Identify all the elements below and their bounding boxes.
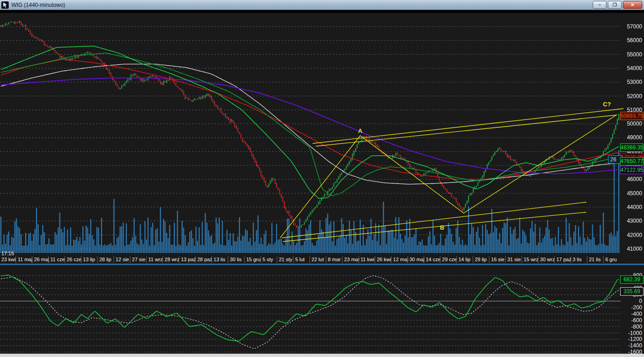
- date-label: 14 cze: [426, 257, 440, 262]
- chart-area[interactable]: 5700056000550005400053000520005100050000…: [0, 10, 644, 357]
- svg-text:57000: 57000: [627, 23, 643, 30]
- minimize-button[interactable]: –: [593, 1, 606, 9]
- date-label: 15 gru: [246, 257, 260, 262]
- window-bottom-border: [0, 354, 644, 357]
- date-label: 23 mar: [344, 257, 360, 262]
- time-label: 17:15: [1, 251, 14, 256]
- date-label: 17 paź: [556, 257, 571, 262]
- svg-text:41000: 41000: [627, 246, 643, 252]
- date-label: 21 sty: [279, 257, 292, 262]
- date-label: 11 kwi: [361, 257, 374, 262]
- osc-green-label: 682.39: [621, 276, 644, 284]
- app-window: WIG (1440-minutowo) – ❐ ✕ 57000560005500…: [0, 0, 644, 357]
- date-label: 12 maj: [393, 257, 408, 262]
- date-label: 16 sie: [491, 257, 504, 262]
- date-label: 6 gru: [605, 257, 617, 262]
- date-label: 26 kwi: [377, 257, 391, 262]
- svg-text:-600: -600: [631, 317, 642, 324]
- wave-label-C: C?: [603, 101, 611, 108]
- date-label: 28 lip: [99, 257, 111, 262]
- window-controls: – ❐ ✕: [593, 1, 643, 9]
- date-label: 23 kwi: [1, 257, 16, 262]
- titlebar[interactable]: WIG (1440-minutowo) – ❐ ✕: [0, 0, 644, 10]
- svg-text:53000: 53000: [627, 79, 643, 85]
- date-label: 5 sty: [263, 257, 274, 262]
- close-button[interactable]: ✕: [623, 1, 642, 9]
- svg-text:0: 0: [639, 298, 642, 304]
- date-label: 11 cze: [50, 257, 65, 262]
- date-label: 30 maj: [410, 257, 425, 262]
- date-label: 12 sie: [116, 257, 129, 262]
- svg-text:-1200: -1200: [628, 336, 642, 342]
- svg-text:-400: -400: [631, 311, 642, 317]
- date-label: 21 lis: [589, 257, 601, 262]
- top-black-strip: [0, 10, 644, 13]
- date-label: 28 wrz: [165, 257, 179, 262]
- panel-separator[interactable]: [0, 264, 644, 265]
- svg-text:44000: 44000: [627, 204, 643, 210]
- window-title: WIG (1440-minutowo): [11, 2, 65, 8]
- ma-green-fast-label: 48369.35: [620, 144, 643, 152]
- svg-text:-200: -200: [631, 304, 642, 311]
- svg-text:45000: 45000: [627, 190, 643, 197]
- svg-text:47122.95: 47122.95: [620, 167, 643, 173]
- ma-purple-label: 47122.95: [620, 166, 643, 174]
- date-label: 29 cze: [442, 257, 457, 262]
- date-label: 13 paź: [181, 257, 196, 262]
- date-label: 5 lut: [295, 257, 305, 262]
- date-label: 27 sie: [132, 257, 145, 262]
- date-label: 28 paź: [197, 257, 212, 262]
- date-label: 15 wrz: [524, 257, 538, 262]
- svg-text:48369.35: 48369.35: [620, 144, 643, 151]
- wave-label-B: B: [440, 224, 444, 231]
- ma-green-slow-label: 47650.77: [620, 158, 643, 165]
- svg-text:56000: 56000: [627, 37, 643, 44]
- date-label: 26 maj: [34, 257, 49, 262]
- date-label: 11 wrz: [148, 257, 163, 262]
- svg-text:46000: 46000: [627, 176, 643, 182]
- wave-label-A: A: [358, 127, 363, 134]
- date-label: 11 maj: [18, 257, 32, 262]
- svg-text:26: 26: [610, 156, 617, 163]
- svg-text:50693.75: 50693.75: [620, 113, 643, 119]
- svg-text:49000: 49000: [627, 134, 643, 141]
- svg-text:-800: -800: [631, 324, 642, 330]
- date-label: 13 lip: [83, 257, 95, 262]
- date-label: 14 lip: [458, 257, 470, 262]
- chart-background: [0, 13, 644, 354]
- svg-text:47650.77: 47650.77: [620, 158, 643, 165]
- date-label: 30 lis: [230, 257, 242, 262]
- svg-text:682.39: 682.39: [623, 276, 640, 283]
- svg-text:43000: 43000: [627, 218, 643, 224]
- last-price-label: 50693.75: [620, 112, 643, 120]
- svg-text:52000: 52000: [627, 93, 643, 99]
- svg-text:-1000: -1000: [628, 330, 642, 336]
- osc-white-label: 335.69: [621, 288, 644, 296]
- date-label: 31 sie: [507, 257, 520, 262]
- date-label: 8 mar: [328, 257, 341, 262]
- svg-text:54000: 54000: [627, 65, 643, 71]
- restore-button[interactable]: ❐: [608, 1, 622, 9]
- svg-text:-1400: -1400: [628, 342, 642, 349]
- date-label: 29 lip: [475, 257, 487, 262]
- svg-text:55000: 55000: [627, 51, 643, 58]
- date-label: 26 cze: [67, 257, 81, 262]
- date-label: 13 lis: [214, 257, 226, 262]
- svg-text:42000: 42000: [627, 232, 643, 238]
- svg-text:50000: 50000: [627, 121, 643, 127]
- date-label: 22 lut: [312, 257, 324, 262]
- app-icon[interactable]: [1, 1, 9, 9]
- svg-text:335.69: 335.69: [623, 288, 640, 295]
- date-label: 30 wrz: [540, 257, 555, 262]
- cursor-arrow-icon: [1, 1, 9, 9]
- date-label: 3 lis: [573, 257, 582, 262]
